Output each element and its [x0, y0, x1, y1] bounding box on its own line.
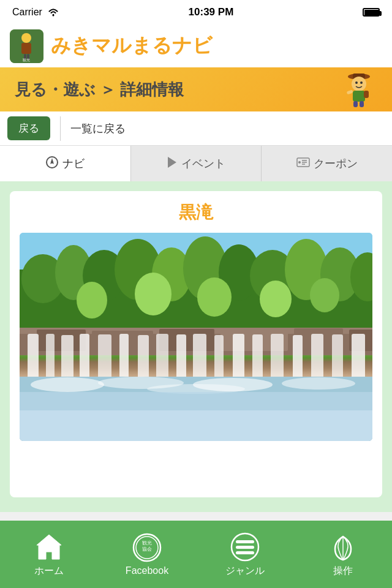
svg-point-9: [352, 77, 366, 91]
bottom-tab-genre[interactable]: ジャンル: [196, 521, 294, 588]
svg-point-40: [77, 282, 107, 318]
svg-rect-85: [236, 540, 254, 543]
svg-point-2: [21, 33, 31, 43]
app-header: 観光 みきマルまるナビ: [0, 24, 392, 67]
wifi-icon: [47, 7, 59, 17]
tab-nabi-label: ナビ: [62, 156, 85, 171]
coupon-icon: [296, 156, 310, 172]
svg-rect-62: [193, 334, 206, 383]
tab-event[interactable]: イベント: [131, 146, 262, 181]
status-time: 10:39 PM: [189, 6, 234, 18]
back-button[interactable]: 戻る: [7, 116, 50, 140]
svg-rect-59: [138, 335, 149, 383]
genre-label: ジャンル: [225, 565, 265, 578]
svg-point-22: [298, 161, 301, 164]
svg-point-43: [260, 281, 292, 317]
svg-rect-67: [293, 335, 303, 383]
svg-rect-56: [80, 334, 89, 384]
svg-point-75: [282, 377, 355, 390]
status-right: [363, 8, 380, 17]
facebook-icon: 観光 協会: [132, 532, 162, 563]
tab-nabi[interactable]: ナビ: [0, 146, 131, 181]
svg-point-72: [31, 377, 104, 392]
svg-rect-15: [360, 101, 364, 107]
facebook-label: Facebook: [126, 565, 168, 576]
svg-rect-12: [353, 91, 365, 102]
status-bar: Carrier 10:39 PM: [0, 0, 392, 24]
svg-rect-61: [176, 334, 186, 384]
home-label: ホーム: [34, 565, 64, 578]
svg-rect-87: [236, 551, 254, 554]
place-image: [20, 233, 372, 441]
svg-point-42: [197, 277, 232, 317]
svg-point-41: [135, 273, 172, 315]
battery-icon: [363, 8, 380, 17]
operation-icon: [328, 532, 358, 562]
svg-rect-3: [21, 43, 31, 54]
bottom-tab-bar: ホーム 観光 協会 Facebook ジャンル 操: [0, 521, 392, 588]
nav-row: 戻る 一覧に戻る: [0, 111, 392, 146]
svg-point-19: [51, 161, 53, 164]
operation-label: 操作: [333, 565, 353, 578]
svg-rect-78: [20, 410, 372, 441]
svg-rect-68: [311, 334, 323, 384]
status-left: Carrier: [12, 7, 59, 18]
bottom-tab-home[interactable]: ホーム: [0, 521, 98, 588]
content-area: 黒滝: [0, 181, 392, 512]
carrier-label: Carrier: [12, 7, 42, 18]
content-card: 黒滝: [10, 191, 382, 497]
svg-rect-16: [347, 89, 353, 94]
svg-rect-13: [364, 91, 369, 98]
svg-rect-86: [236, 546, 254, 549]
svg-rect-53: [28, 334, 39, 383]
svg-rect-55: [61, 335, 74, 383]
svg-rect-14: [353, 101, 358, 107]
mascot-icon: [341, 70, 377, 108]
svg-text:観光: 観光: [142, 540, 152, 546]
tab-coupon[interactable]: クーポン: [262, 146, 392, 181]
svg-text:協会: 協会: [142, 546, 152, 552]
app-logo: 観光: [10, 29, 43, 63]
tab-event-label: イベント: [181, 156, 225, 171]
bottom-tab-operation[interactable]: 操作: [294, 521, 392, 588]
place-title: 黒滝: [20, 201, 372, 224]
svg-rect-57: [98, 334, 111, 383]
event-icon: [167, 156, 178, 172]
nabi-icon: [45, 156, 59, 172]
svg-marker-20: [168, 157, 176, 168]
svg-point-44: [310, 278, 339, 312]
home-icon: [34, 532, 64, 562]
svg-text:観光: 観光: [23, 58, 30, 62]
app-title: みきマルまるナビ: [51, 32, 213, 59]
svg-point-0: [52, 15, 54, 17]
genre-icon: [230, 532, 260, 562]
svg-point-10: [355, 81, 358, 84]
svg-rect-64: [233, 334, 244, 384]
tab-bar: ナビ イベント クーポン: [0, 146, 392, 181]
tab-coupon-label: クーポン: [314, 156, 358, 171]
svg-rect-70: [352, 334, 365, 383]
breadcrumb-text: 見る・遊ぶ ＞ 詳細情報: [15, 79, 184, 100]
svg-point-11: [360, 81, 363, 84]
breadcrumb-banner: 見る・遊ぶ ＞ 詳細情報: [0, 67, 392, 111]
nav-divider: [60, 116, 61, 141]
svg-marker-79: [37, 535, 61, 559]
svg-rect-65: [252, 334, 263, 383]
bottom-tab-facebook[interactable]: 観光 協会 Facebook: [98, 521, 196, 588]
back-list-button[interactable]: 一覧に戻る: [70, 121, 126, 136]
svg-rect-69: [332, 334, 343, 384]
